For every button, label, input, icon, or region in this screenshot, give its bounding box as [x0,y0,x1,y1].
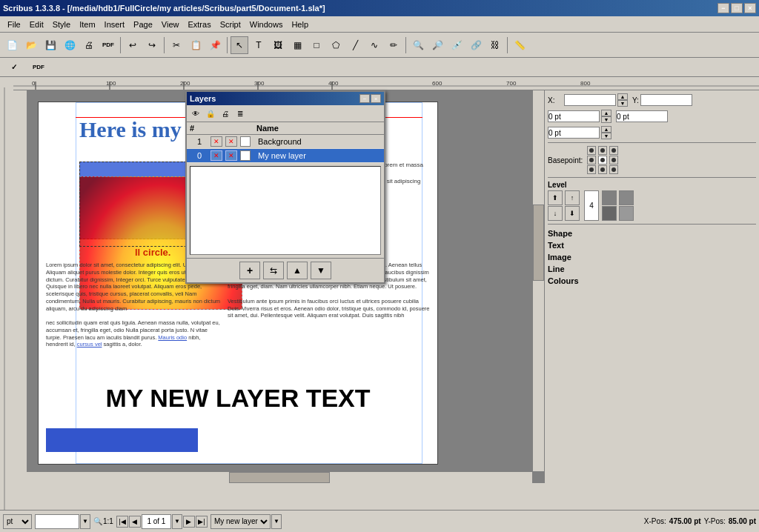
layer-vis-btn-1[interactable]: ✕ [211,150,222,161]
layers-tool-print[interactable]: 🖨 [218,107,233,120]
print-button[interactable]: 🖨 [80,36,98,54]
bp-4[interactable] [598,156,607,164]
image-tool[interactable]: 🖼 [269,36,287,54]
menu-extras[interactable]: Extras [183,19,215,30]
level-front[interactable]: ⬆ [548,190,563,205]
layer-lock-btn-0[interactable]: ✕ [225,136,237,147]
menu-item[interactable]: Item [75,19,99,30]
menu-windows[interactable]: Windows [245,19,288,30]
page-last-button[interactable]: ▶| [196,516,208,528]
zoom-out-button[interactable]: 🔎 [428,36,446,54]
layer-row-background[interactable]: 1 ✕ ✕ Background [187,135,384,149]
page-first-button[interactable]: |◀ [116,516,128,528]
layers-down-button[interactable]: ▼ [311,262,331,279]
layers-add-button[interactable]: + [239,262,260,279]
link-button[interactable]: 🔗 [467,36,485,54]
menu-help[interactable]: Help [287,19,313,30]
shape-section[interactable]: Shape [548,227,756,239]
layer-lock-btn-1[interactable]: ✕ [225,150,237,161]
undo-button[interactable]: ↩ [124,36,142,54]
page-prev-button[interactable]: ◀ [129,516,141,528]
unlink-button[interactable]: ⛓ [486,36,504,54]
image-section[interactable]: Image [548,251,756,263]
web-button[interactable]: 🌐 [61,36,79,54]
bp-1[interactable] [598,146,607,155]
paste-button[interactable]: 📌 [206,36,224,54]
layers-up-button[interactable]: ▲ [287,262,308,279]
y-input[interactable] [640,94,692,106]
layers-link-button[interactable]: ⇆ [263,262,284,279]
menu-script[interactable]: Script [216,19,245,30]
bp-5[interactable] [609,156,618,164]
width-input[interactable] [548,110,600,122]
line-tool[interactable]: ╱ [346,36,364,54]
polygon-tool[interactable]: ⬠ [327,36,345,54]
menu-edit[interactable]: Edit [25,19,48,30]
colours-section[interactable]: Colours [548,275,756,287]
menu-insert[interactable]: Insert [100,19,130,30]
page-input[interactable]: 1 of 1 [142,514,171,529]
layers-close-button[interactable]: × [371,94,381,103]
zoom-dropdown[interactable]: ▼ [80,514,90,529]
layer-dropdown[interactable]: ▼ [271,514,282,529]
r-spin-down[interactable]: ▼ [601,133,611,139]
bp-2[interactable] [609,146,618,155]
level-backward[interactable]: ↓ [548,206,563,221]
pdf2-button[interactable]: PDF [25,59,52,76]
layer-vis-btn-0[interactable]: ✕ [211,136,222,147]
level-btn-1[interactable] [602,190,617,205]
eye-dropper-button[interactable]: 💉 [448,36,465,54]
x-spin-down[interactable]: ▼ [617,100,628,107]
height-input[interactable] [616,110,668,122]
menu-view[interactable]: View [157,19,184,30]
layer-select[interactable]: My new layer Background [211,514,271,529]
bp-8[interactable] [609,165,618,174]
x-input[interactable] [564,94,616,106]
line-section[interactable]: Line [548,263,756,275]
r-spin-up[interactable]: ▲ [601,126,611,133]
minimize-button[interactable]: − [717,3,729,13]
cut-button[interactable]: ✂ [168,36,185,54]
save-button[interactable]: 💾 [42,36,59,54]
menu-page[interactable]: Page [129,19,157,30]
redo-button[interactable]: ↪ [143,36,161,54]
page-dropdown[interactable]: ▼ [172,514,182,529]
layer-row-new[interactable]: 0 ✕ ✕ My new layer [187,149,384,163]
layers-tool-lock[interactable]: 🔒 [203,107,218,120]
level-forward[interactable]: ↑ [565,190,580,205]
bp-0[interactable] [587,146,596,155]
open-button[interactable]: 📂 [22,36,40,54]
menu-style[interactable]: Style [48,19,75,30]
pdf-button[interactable]: PDF [99,36,117,54]
freehand-tool[interactable]: ✏ [385,36,402,54]
ok-button[interactable]: ✓ [3,59,25,76]
select-tool[interactable]: ↖ [231,36,248,54]
copy-button[interactable]: 📋 [187,36,205,54]
scrollbar-horizontal[interactable] [27,471,532,483]
new-button[interactable]: 📄 [3,36,21,54]
scrollbar-vertical[interactable] [532,90,544,471]
layers-minimize-button[interactable]: − [359,94,370,103]
rotation-input[interactable] [548,127,600,139]
zoom-input[interactable]: 100.00 % [35,514,79,529]
maximize-button[interactable]: □ [731,3,743,13]
rect-tool[interactable]: □ [308,36,325,54]
text-tool[interactable]: T [250,36,268,54]
unit-select[interactable]: pt mm cm in [3,514,32,529]
level-btn-4[interactable] [619,206,634,221]
w-spin-down[interactable]: ▼ [601,116,611,123]
bezier-tool[interactable]: ∿ [365,36,383,54]
page-next-button[interactable]: ▶ [183,516,195,528]
layers-tool-eye[interactable]: 👁 [188,107,203,120]
level-btn-3[interactable] [602,206,617,221]
text-section[interactable]: Text [548,239,756,251]
table-tool[interactable]: ▦ [288,36,306,54]
layers-tool-flow[interactable]: ≣ [233,107,248,120]
x-spin-up[interactable]: ▲ [617,93,628,100]
close-button[interactable]: × [744,3,756,13]
zoom-in-button[interactable]: 🔍 [409,36,427,54]
bp-6[interactable] [587,165,596,174]
bp-7[interactable] [598,165,607,174]
w-spin-up[interactable]: ▲ [601,110,611,116]
measure-button[interactable]: 📏 [511,36,528,54]
